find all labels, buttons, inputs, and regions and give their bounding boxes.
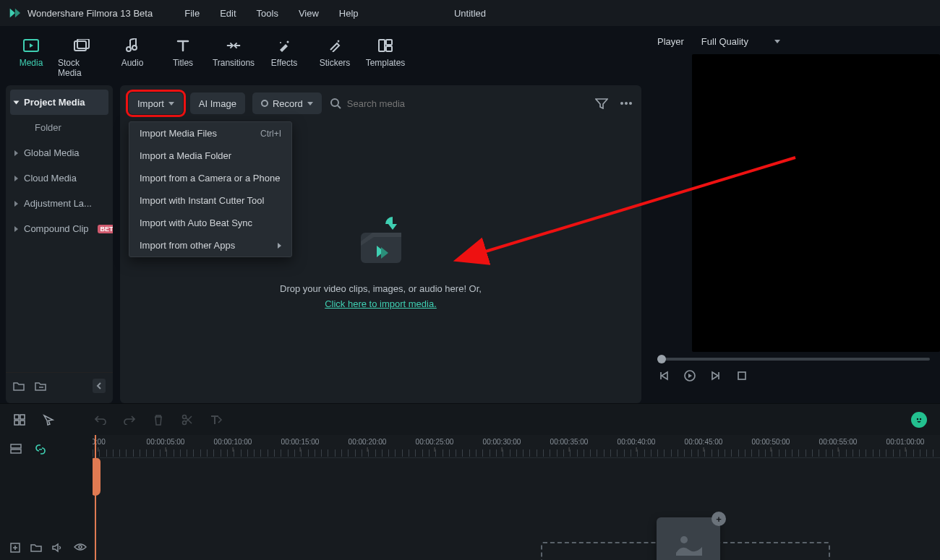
svg-point-4: [132, 46, 137, 50]
menu-edit[interactable]: Edit: [210, 5, 246, 22]
tab-stock-media[interactable]: Stock Media: [58, 33, 106, 82]
grid-view-icon[interactable]: [13, 413, 26, 426]
sidebar-item-adjustment-layer[interactable]: Adjustment La...: [6, 191, 113, 216]
sidebar-item-folder[interactable]: Folder: [6, 115, 113, 140]
track-drop-thumbnail[interactable]: +: [657, 517, 720, 560]
sidebar-item-project-media[interactable]: Project Media: [10, 90, 108, 115]
filter-icon[interactable]: [595, 98, 608, 109]
pointer-tool-icon[interactable]: [42, 413, 55, 426]
tab-audio[interactable]: Audio: [108, 33, 156, 82]
sidebar-item-label: Folder: [35, 122, 61, 133]
import-auto-beat-sync[interactable]: Import with Auto Beat Sync: [129, 212, 291, 234]
dd-label: Import from a Camera or a Phone: [140, 173, 280, 184]
sidebar-footer: [6, 372, 113, 399]
dd-label: Import Media Files: [140, 128, 217, 139]
chevron-left-icon: [96, 382, 102, 389]
plus-icon: +: [712, 512, 726, 526]
dropzone-import-link[interactable]: Click here to import media.: [325, 298, 437, 309]
player-viewport: [692, 54, 940, 352]
svg-point-23: [917, 418, 918, 419]
robot-icon: [915, 415, 923, 424]
menu-tools[interactable]: Tools: [247, 5, 289, 22]
playhead-handle[interactable]: [93, 458, 101, 496]
player-title: Player: [657, 36, 684, 47]
collapse-sidebar-button[interactable]: [93, 379, 106, 393]
search-input[interactable]: [347, 98, 492, 109]
add-track-icon[interactable]: [10, 543, 20, 553]
visibility-icon[interactable]: [74, 543, 87, 553]
quality-select[interactable]: Full Quality: [701, 36, 780, 47]
timeline-toolbar: [0, 403, 940, 435]
track-area[interactable]: +: [93, 458, 940, 560]
ruler-tick: 00:00:40:00: [618, 438, 656, 452]
import-other-apps[interactable]: Import from other Apps: [129, 234, 291, 257]
svg-point-5: [287, 41, 289, 43]
ruler-tick: 00:00:15:00: [281, 438, 320, 452]
redo-button[interactable]: [123, 413, 136, 426]
dropzone-line1: Drop your video clips, images, or audio …: [280, 283, 482, 294]
menu-view[interactable]: View: [289, 5, 329, 22]
ruler-tick: 00:00:50:00: [752, 438, 790, 452]
app-logo: [7, 6, 22, 20]
undo-button[interactable]: [94, 413, 107, 426]
svg-rect-16: [738, 372, 745, 379]
menu-file[interactable]: File: [174, 5, 210, 22]
player-panel: Player Full Quality: [647, 26, 940, 403]
quality-label: Full Quality: [701, 36, 748, 47]
timeline: 0:0000:00:05:0000:00:10:0000:00:15:0000:…: [0, 435, 940, 560]
tab-templates[interactable]: Templates: [362, 33, 409, 82]
chevron-down-icon: [307, 102, 313, 105]
folder-icon[interactable]: [30, 543, 42, 553]
new-folder-icon[interactable]: [13, 380, 25, 392]
tab-stickers[interactable]: Stickers: [311, 33, 359, 82]
ruler-tick: 00:00:55:00: [819, 438, 858, 452]
import-button[interactable]: Import Import Media Files Ctrl+I Import …: [129, 92, 183, 114]
sidebar-item-global-media[interactable]: Global Media: [6, 140, 113, 165]
split-button[interactable]: [181, 413, 194, 426]
ruler-tick: 00:00:35:00: [550, 438, 589, 452]
track-layout-icon[interactable]: [10, 444, 22, 455]
ai-image-label: AI Image: [199, 98, 236, 109]
new-bin-icon[interactable]: [35, 380, 46, 392]
ruler-tick: 00:00:45:00: [685, 438, 723, 452]
sidebar-item-cloud-media[interactable]: Cloud Media: [6, 165, 113, 191]
ai-image-button[interactable]: AI Image: [190, 92, 245, 114]
prev-frame-button[interactable]: [657, 369, 670, 382]
import-from-camera[interactable]: Import from a Camera or a Phone: [129, 167, 291, 189]
templates-icon: [377, 38, 393, 53]
timeline-tracks[interactable]: 0:0000:00:05:0000:00:10:0000:00:15:0000:…: [93, 435, 940, 560]
tab-label: Transitions: [213, 58, 255, 68]
image-placeholder-icon: [673, 531, 704, 556]
next-frame-button[interactable]: [709, 369, 722, 382]
ruler-tick: 00:00:10:00: [214, 438, 252, 452]
player-seek[interactable]: [647, 352, 940, 361]
text-tool-button[interactable]: [210, 413, 223, 426]
ai-assistant-button[interactable]: [911, 412, 927, 428]
import-media-folder[interactable]: Import a Media Folder: [129, 145, 291, 167]
tab-effects[interactable]: Effects: [260, 33, 308, 82]
play-button[interactable]: [683, 369, 696, 382]
svg-rect-2: [77, 39, 89, 48]
tab-transitions[interactable]: Transitions: [210, 33, 257, 82]
record-button[interactable]: Record: [252, 92, 322, 114]
stop-button[interactable]: [735, 369, 748, 382]
timeline-ruler[interactable]: 0:0000:00:05:0000:00:10:0000:00:15:0000:…: [93, 435, 940, 458]
menu-help[interactable]: Help: [329, 5, 369, 22]
import-media-files[interactable]: Import Media Files Ctrl+I: [129, 122, 291, 145]
delete-button[interactable]: [152, 413, 165, 426]
mute-icon[interactable]: [52, 543, 64, 553]
import-dropdown: Import Media Files Ctrl+I Import a Media…: [129, 121, 292, 257]
more-icon[interactable]: [620, 101, 633, 105]
sidebar-item-compound-clip[interactable]: Compound Clip BETA: [6, 216, 113, 241]
seek-thumb[interactable]: [657, 355, 666, 363]
dropzone-text: Drop your video clips, images, or audio …: [280, 282, 482, 312]
dd-label: Import from other Apps: [140, 240, 235, 251]
svg-point-12: [625, 102, 628, 105]
tab-media[interactable]: Media: [7, 33, 55, 82]
playhead[interactable]: [95, 435, 96, 560]
sidebar-item-label: Adjustment La...: [24, 198, 92, 209]
search-wrap: [330, 98, 492, 109]
tab-titles[interactable]: Titles: [159, 33, 207, 82]
import-instant-cutter[interactable]: Import with Instant Cutter Tool: [129, 189, 291, 212]
link-icon[interactable]: [35, 444, 46, 455]
